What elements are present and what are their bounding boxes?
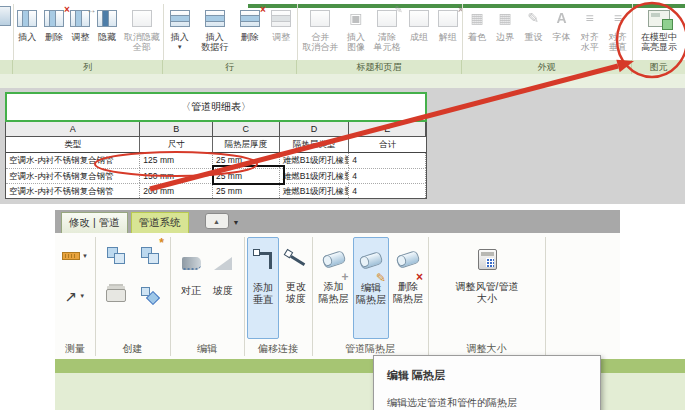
reset-button[interactable]: ✎ 重设: [524, 6, 542, 42]
group-create: * 创建: [95, 233, 170, 359]
font-icon: A: [556, 11, 566, 25]
column-letter[interactable]: B: [140, 122, 213, 136]
cell-insulation-thickness[interactable]: 25 mm: [213, 183, 280, 198]
modify-tab-bar: 修改 | 管道 管道系统 ▲ ▼: [55, 210, 620, 233]
group-icon: [409, 10, 429, 27]
ungroup-icon: ×: [438, 10, 458, 27]
cell-count[interactable]: 4: [349, 183, 426, 198]
merge-unmerge-button[interactable]: 合并 取消合并: [302, 6, 338, 52]
tab-pipe-systems[interactable]: 管道系统: [131, 212, 189, 233]
clipped-icon: [0, 6, 11, 26]
highlight-in-model-button[interactable]: 在模型中 高亮显示: [641, 6, 677, 52]
cell-type[interactable]: 空调水-内衬不锈钢复合钢管: [6, 168, 140, 183]
panel-label-offset-connections: 偏移连接: [244, 342, 312, 356]
measure-button[interactable]: ▼: [57, 241, 93, 271]
dropdown-caret-icon: ▼: [177, 42, 183, 52]
cell-count[interactable]: 4: [349, 153, 426, 168]
hide-column-button[interactable]: 隐藏: [97, 6, 117, 42]
panel-label-titles-headers: 标题和页眉: [297, 60, 462, 74]
header-cell[interactable]: 隔热层厚度: [213, 137, 280, 152]
panel-options-caret-icon[interactable]: ▼: [233, 219, 240, 226]
borders-button[interactable]: ▦ 边界: [496, 6, 514, 42]
justify-button[interactable]: 对正: [176, 241, 206, 297]
add-insulation-icon: [321, 249, 346, 268]
create-group-button[interactable]: [100, 239, 132, 271]
panel-label-appearance: 外观: [462, 60, 632, 74]
header-cell[interactable]: 合计: [349, 137, 426, 152]
font-button[interactable]: A 字体: [553, 6, 571, 42]
column-letter[interactable]: A: [6, 122, 140, 136]
insert-data-row-icon: [205, 10, 225, 27]
shading-button[interactable]: ▦ 着色: [468, 6, 486, 42]
cell-insulation-type[interactable]: 难燃B1级闭孔橡塑: [280, 183, 350, 198]
column-letter[interactable]: E: [349, 122, 426, 136]
delete-row-button[interactable]: × 删除: [240, 6, 260, 42]
unhide-all-button[interactable]: 取消隐藏 全部: [124, 6, 160, 52]
edit-insulation-button[interactable]: ✎ 编辑 隔热层: [353, 237, 389, 339]
dimension-button[interactable]: ↗ ▼: [57, 281, 93, 311]
resize-duct-pipe-button[interactable]: 调整风管/管道 大小: [446, 237, 528, 304]
remove-insulation-button[interactable]: × 删除 隔热层: [391, 237, 425, 304]
panel-label-create: 创建: [95, 342, 170, 356]
group-pipe-insulation: + 添加 隔热层 ✎ 编辑 隔热层 × 删除 隔热层 管道隔热层: [312, 233, 428, 359]
insert-row-icon: [170, 10, 190, 27]
cell-count[interactable]: 4: [349, 168, 426, 183]
cell-size[interactable]: 200 mm: [140, 183, 213, 198]
create-parts-button[interactable]: [100, 279, 132, 311]
header-cell[interactable]: 类型: [6, 137, 140, 152]
borders-icon: ▦: [499, 11, 512, 25]
cell-insulation-type[interactable]: 难燃B1级闭孔橡塑: [280, 153, 350, 168]
selected-cell-outline: [212, 165, 285, 185]
panel-label-edit: 编辑: [170, 342, 244, 356]
insert-column-button[interactable]: 插入: [17, 6, 37, 42]
hide-column-icon: [97, 10, 117, 27]
create-group-icon: [107, 247, 125, 264]
revit-screenshot: 插入 × 删除 ↔ 调整 隐藏 取消隐藏 全部 插入 ▼ 插入 数: [0, 0, 685, 410]
change-slope-button[interactable]: 更改 坡度: [281, 237, 311, 304]
slope-button[interactable]: 坡度: [208, 241, 238, 297]
create-similar-button[interactable]: *: [134, 239, 166, 271]
add-insulation-button[interactable]: + 添加 隔热层: [316, 237, 351, 304]
cell-type[interactable]: 空调水-内衬不锈钢复合钢管: [6, 153, 140, 168]
group-edit: 对正 坡度 编辑: [170, 233, 244, 359]
cell-type[interactable]: 空调水-内衬不锈钢复合钢管: [6, 183, 140, 198]
header-cell[interactable]: 隔热层类型: [280, 137, 350, 152]
delete-column-icon: ×: [44, 10, 64, 27]
resize-column-button[interactable]: ↔ 调整: [70, 6, 90, 42]
schedule-title-cell[interactable]: 〈管道明细表〉: [5, 92, 427, 122]
group-measure: ▼ ↗ ▼ 测量: [55, 233, 95, 359]
cell-size[interactable]: 125 mm: [140, 153, 213, 168]
clear-cell-button[interactable]: ✎ 清除 单元格: [373, 6, 400, 52]
resize-duct-pipe-icon: [478, 249, 497, 270]
create-assembly-button[interactable]: [134, 279, 166, 311]
align-vertical-icon: ≡: [614, 11, 622, 25]
column-letter[interactable]: C: [213, 122, 280, 136]
align-vertical-button[interactable]: ≡ 对齐 垂直: [609, 6, 627, 52]
column-letter[interactable]: D: [280, 122, 350, 136]
panel-label-measure: 测量: [55, 342, 95, 356]
header-cell[interactable]: 尺寸: [140, 137, 213, 152]
ribbon-panel-labels: 列 行 标题和页眉 外观 图元: [0, 60, 685, 74]
ribbon-group-element: 在模型中 高亮显示: [633, 2, 685, 60]
schedule-title: 〈管道明细表〉: [181, 100, 251, 114]
remove-insulation-icon: [396, 249, 421, 268]
cell-size[interactable]: 150 mm: [140, 168, 213, 183]
create-parts-icon: [106, 289, 126, 302]
align-horizontal-button[interactable]: ≡ 对齐 水平: [581, 6, 599, 52]
tab-modify-pipes[interactable]: 修改 | 管道: [61, 212, 128, 233]
resize-row-button[interactable]: 调整: [271, 6, 291, 42]
panel-collapse-button[interactable]: ▲: [205, 213, 229, 229]
modify-ribbon-panel: ▼ ↗ ▼ 测量 * 创建: [55, 233, 620, 359]
unhide-all-icon: [132, 10, 152, 27]
ungroup-button[interactable]: × 解组: [438, 6, 458, 42]
resize-row-icon: [271, 10, 291, 27]
insert-column-icon: [17, 10, 37, 27]
insert-data-row-button[interactable]: 插入 数据行: [201, 6, 228, 52]
group-button[interactable]: 成组: [409, 6, 429, 42]
insert-image-button[interactable]: ▣ 插入 图像: [347, 6, 365, 52]
insert-row-button[interactable]: 插入 ▼: [170, 6, 190, 52]
add-vertical-button[interactable]: 添加 垂直: [247, 237, 279, 339]
cell-insulation-type[interactable]: 难燃B1级闭孔橡塑: [280, 168, 350, 183]
delete-column-button[interactable]: × 删除: [44, 6, 64, 42]
clear-cell-icon: ✎: [377, 10, 397, 27]
